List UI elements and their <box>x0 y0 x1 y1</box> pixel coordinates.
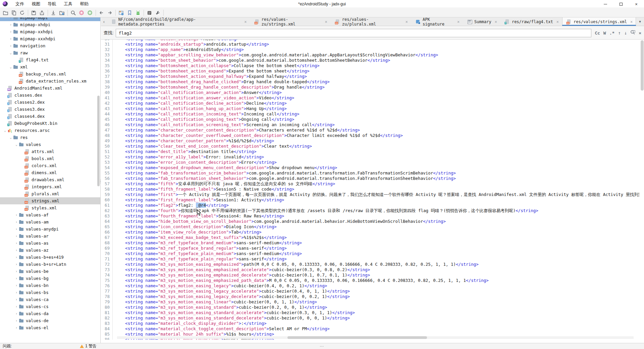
tree-expander-icon[interactable]: ⌄ <box>8 136 13 139</box>
menu-4[interactable]: 帮助 <box>76 1 92 7</box>
find-next-icon[interactable]: ↓ <box>624 30 627 36</box>
tab-summary[interactable]: Summary× <box>463 17 500 26</box>
tree-item-bools-xml[interactable]: <>bools.xml <box>0 155 100 162</box>
close-button[interactable]: × <box>629 0 644 8</box>
tree-item-plurals-xml[interactable]: <>plurals.xml <box>0 190 100 197</box>
tree-item-styles-xml[interactable]: <>styles.xml <box>0 204 100 211</box>
tree-item-values-cs[interactable]: ›values-cs <box>0 303 100 310</box>
tree-item-values-af[interactable]: ›values-af <box>0 211 100 218</box>
back-icon[interactable] <box>97 9 106 17</box>
tree-expander-icon[interactable]: ⌄ <box>14 143 19 146</box>
tree-expander-icon[interactable]: › <box>14 213 19 217</box>
tree-item-values-b-es-419[interactable]: ›values-b+es+419 <box>0 254 100 261</box>
tree-item-resources-arsc[interactable]: ⌄resources.arsc <box>0 127 100 134</box>
tree-item-debugprobeskt-bin[interactable]: ?DebugProbesKt.bin <box>0 120 100 127</box>
regex-button[interactable]: .* <box>609 31 615 36</box>
tree-item-values-anydpi[interactable]: ›values-anydpi <box>0 226 100 233</box>
warning-badge[interactable]: 1 警告 <box>80 343 97 349</box>
tree-item-attrs-xml[interactable]: <>attrs.xml <box>0 148 100 155</box>
tab-close-icon[interactable]: × <box>457 19 460 24</box>
tab-res-raw-flag4-txt[interactable]: ?res/raw/flag4.txt× <box>500 17 562 26</box>
tree-expander-icon[interactable]: › <box>8 44 13 48</box>
tree-item-mipmap-mdpi[interactable]: ›mipmap-mdpi <box>0 17 100 21</box>
tree-item-classes-dex[interactable]: Jclasses.dex <box>0 92 100 99</box>
editor-horizontal-scrollbar[interactable] <box>117 336 634 339</box>
tree-item-navigation[interactable]: ›navigation <box>0 42 100 49</box>
save-all-icon[interactable] <box>30 9 38 17</box>
tree-expander-icon[interactable]: ⌄ <box>8 51 13 55</box>
tree-item-values-ar[interactable]: ›values-ar <box>0 233 100 240</box>
tree-expander-icon[interactable]: › <box>14 291 19 294</box>
refresh-icon[interactable] <box>18 9 26 17</box>
tree-scrollbar[interactable] <box>97 96 100 186</box>
editor-vertical-scrollbar[interactable] <box>641 40 644 91</box>
tab-close-icon[interactable]: × <box>244 19 247 24</box>
tab-apk-signature[interactable]: APK signature× <box>411 17 463 26</box>
tree-expander-icon[interactable]: › <box>14 305 19 308</box>
tree-item-values-as[interactable]: ›values-as <box>0 240 100 247</box>
tree-item-flag4-txt[interactable]: ?flag4.txt <box>0 56 100 63</box>
menu-0[interactable]: 文件 <box>12 1 28 7</box>
tree-expander-icon[interactable]: › <box>14 298 19 301</box>
tree-item-values-el[interactable]: ›values-el <box>0 324 100 331</box>
search-input[interactable] <box>116 29 592 37</box>
match-case-button[interactable]: Cc <box>595 31 600 36</box>
tree-expander-icon[interactable]: › <box>14 262 19 266</box>
tree-item-raw[interactable]: ⌄raw <box>0 49 100 56</box>
code-viewer[interactable]: 30 <string name="action_settings">Meow!<… <box>101 40 639 340</box>
tree-expander-icon[interactable]: › <box>14 227 19 231</box>
tab-res-values-zu-strings-xml[interactable]: <>res/values-zu/strings.xml× <box>250 17 331 26</box>
tree-expander-icon[interactable]: › <box>14 312 19 315</box>
tree-item-mipmap-xxhdpi[interactable]: ›mipmap-xxhdpi <box>0 28 100 35</box>
tree-expander-icon[interactable]: › <box>14 277 19 280</box>
tab-res-values-zu-plurals-xml[interactable]: <>res/values-zu/plurals.xml× <box>331 17 411 26</box>
log-viewer-icon[interactable] <box>145 9 154 17</box>
tree-item-values-bg[interactable]: ›values-bg <box>0 275 100 282</box>
menu-3[interactable]: 工具 <box>60 1 76 7</box>
tab-close-icon[interactable]: × <box>495 19 497 24</box>
sync-folder-icon[interactable] <box>58 9 66 17</box>
tree-item-values-ca[interactable]: ›values-ca <box>0 296 100 303</box>
jump-to-icon[interactable] <box>49 9 58 17</box>
tab-nf-com-android-build-gradle-app-metadata-properties[interactable]: NF/com/android/build/gradle/app-metadata… <box>107 17 250 26</box>
tree-item-values-az[interactable]: ›values-az <box>0 247 100 254</box>
tree-expander-icon[interactable]: › <box>14 326 19 330</box>
tree-expander-icon[interactable]: › <box>14 284 19 287</box>
tree-expander-icon[interactable]: › <box>14 241 19 245</box>
find-in-panel-icon[interactable] <box>630 30 635 36</box>
tab-close-icon[interactable]: × <box>325 19 327 24</box>
tree-expander-icon[interactable]: › <box>14 255 19 259</box>
wrench-icon[interactable] <box>154 9 162 17</box>
tree-item-classes2-dex[interactable]: Jclasses2.dex <box>0 99 100 106</box>
tree-item-backup-rules-xml[interactable]: <>backup_rules.xml <box>0 70 100 78</box>
tab-close-icon[interactable]: × <box>630 19 633 24</box>
tree-expander-icon[interactable]: › <box>8 30 13 34</box>
tree-item-values-de[interactable]: ›values-de <box>0 317 100 324</box>
menu-2[interactable]: 导航 <box>44 1 60 7</box>
tree-item-values-da[interactable]: ›values-da <box>0 310 100 317</box>
tree-expander-icon[interactable]: › <box>14 248 19 252</box>
minimize-button[interactable] <box>598 0 613 8</box>
class-search-icon[interactable] <box>77 9 86 17</box>
open-folder-icon[interactable] <box>1 9 10 17</box>
tree-expander-icon[interactable]: › <box>14 319 19 322</box>
tab-scroll-left-icon[interactable]: ‹ <box>101 17 107 26</box>
tree-item-values-bn[interactable]: ›values-bn <box>0 282 100 289</box>
tree-item-res[interactable]: ⌄res <box>0 134 100 141</box>
tree-item-xml[interactable]: ⌄xml <box>0 63 100 70</box>
tree-expander-icon[interactable]: › <box>8 23 13 27</box>
status-grip-icon[interactable]: ⋯ <box>320 344 324 349</box>
status-bar[interactable]: 问题: 1 警告 ⋯ <box>0 343 644 349</box>
tree-item-classes4-dex[interactable]: Jclasses4.dex <box>0 113 100 120</box>
tree-item-values-b-sr-latn[interactable]: ›values-b+sr+Latn <box>0 261 100 268</box>
tab-close-icon[interactable]: × <box>406 19 408 24</box>
tree-item-values-be[interactable]: ›values-be <box>0 268 100 275</box>
android-icon[interactable] <box>134 9 142 17</box>
menu-1[interactable]: 视图 <box>28 1 44 7</box>
tree-item-values[interactable]: ⌄values <box>0 141 100 148</box>
tree-expander-icon[interactable]: › <box>14 220 19 224</box>
tree-expander-icon[interactable]: › <box>14 234 19 238</box>
tree-item-strings-xml[interactable]: <>strings.xml <box>0 197 100 204</box>
tree-item-data-extraction-rules-xm[interactable]: <>data_extraction_rules.xm <box>0 78 100 85</box>
bookmark-icon[interactable] <box>125 9 134 17</box>
